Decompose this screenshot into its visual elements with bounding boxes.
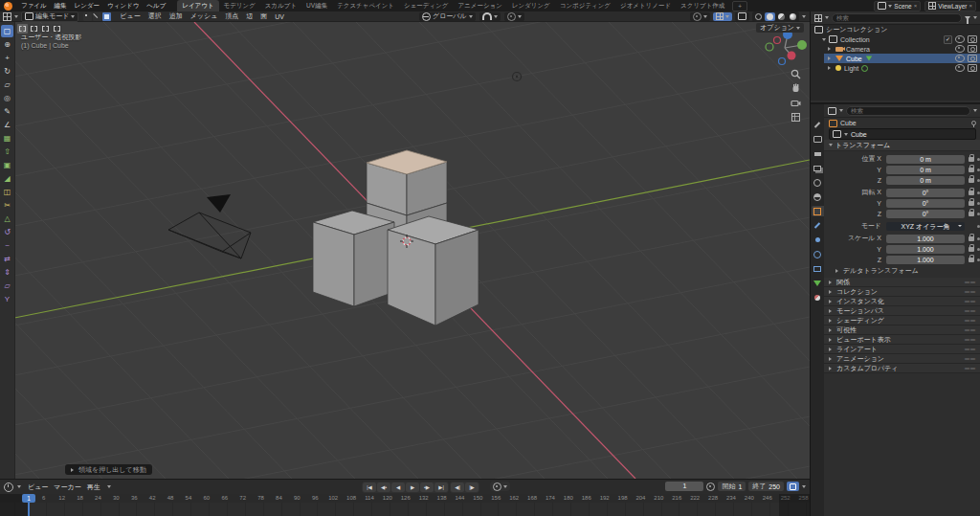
proportional-edit-toggle[interactable] [504,12,524,21]
properties-panel-header[interactable]: ビューポート表示 ══ [824,335,980,345]
tool-button[interactable]: ✂ [1,199,13,212]
workspace-tab[interactable]: ジオメトリノード [615,0,676,11]
properties-panel-header[interactable]: 可視性 ══ [824,325,980,335]
disclosure-icon[interactable] [822,38,826,43]
tab-physics[interactable] [812,249,824,259]
perspective-toggle-icon[interactable] [789,111,802,123]
tool-button[interactable]: ✎ [1,105,13,118]
tool-button[interactable]: ↺ [1,226,13,238]
outliner-row-camera[interactable]: Camera [824,44,980,54]
value-field[interactable]: 0° [886,189,965,197]
overlays-toggle[interactable] [713,12,732,21]
tool-button[interactable]: △ [1,213,13,225]
panel-options-icon[interactable]: ══ [965,336,976,343]
menu-item[interactable]: ビュー [25,482,51,492]
hide-eye-icon[interactable] [955,55,965,62]
filter-funnel-icon[interactable] [965,16,970,20]
properties-panel-header[interactable]: カスタムプロパティ ══ [824,364,980,373]
playhead[interactable]: 1 [22,494,35,503]
workspace-tab[interactable]: レイアウト [177,0,218,11]
lock-icon[interactable] [969,157,974,162]
tab-particles[interactable] [812,235,824,245]
render-visibility-icon[interactable] [968,45,977,53]
pin-icon[interactable] [971,121,976,125]
keying-controls[interactable] [490,482,510,491]
value-field[interactable]: 1.000 [886,245,965,254]
value-field[interactable]: 0° [886,199,965,208]
disclosure-icon[interactable] [828,66,833,70]
workspace-tab[interactable]: コンポジティング [555,0,615,11]
render-visibility-icon[interactable] [968,55,977,62]
menu-item[interactable]: 再生 [84,482,103,492]
properties-panel-header[interactable]: シェーディング ══ [824,316,980,325]
lock-icon[interactable] [969,258,974,262]
tab-render[interactable] [812,134,824,145]
tab-modifiers[interactable] [812,220,824,231]
value-field[interactable]: XYZ オイラー角 [886,222,965,231]
tab-object[interactable] [812,206,824,216]
gizmo-y-axis[interactable] [797,40,807,50]
tab-output[interactable] [812,148,824,159]
panel-options-icon[interactable]: ══ [965,298,976,304]
lock-icon[interactable] [969,236,974,241]
tool-button[interactable]: ~ [1,239,13,252]
workspace-tab[interactable]: スクリプト作成 [676,0,729,11]
workspace-tab[interactable]: UV編集 [301,0,332,11]
operator-panel[interactable]: 領域を押し出して移動 [65,464,152,475]
properties-panel-header[interactable]: アニメーション ══ [824,354,980,364]
tool-button[interactable]: ⇄ [1,253,13,265]
solid-shading-button[interactable] [765,12,775,21]
editor-type-icon[interactable] [3,12,11,21]
value-field[interactable]: 0 m [886,155,965,164]
tool-button[interactable]: ▣ [1,159,13,171]
face-select-button[interactable] [102,12,111,21]
wireframe-shading-button[interactable] [753,12,764,21]
edge-select-button[interactable] [93,12,101,21]
camera-view-icon[interactable] [789,97,802,109]
start-frame-field[interactable]: 開始 1 [718,482,746,491]
pan-hand-icon[interactable] [789,82,802,95]
tool-button[interactable]: ▢ [1,25,13,37]
lock-icon[interactable] [969,168,974,172]
workspace-tab[interactable]: + [732,1,747,11]
panel-options-icon[interactable]: ══ [965,365,976,371]
transport-button[interactable]: |◀ [363,482,376,492]
cube-left-object[interactable] [313,211,394,306]
value-field[interactable]: 0° [886,210,965,218]
xray-toggle[interactable] [735,12,749,21]
end-frame-field[interactable]: 終了 250 [748,482,784,491]
tool-button[interactable]: ⊕ [1,38,13,51]
lock-icon[interactable] [969,247,974,252]
hide-eye-icon[interactable] [955,64,965,72]
menu-item[interactable]: 追加 [166,11,187,21]
outliner-row-cube[interactable]: Cube [824,54,980,63]
tool-button[interactable]: ◫ [1,186,13,198]
gizmo-y-neg[interactable] [766,43,773,51]
tool-button[interactable]: ∠ [1,119,13,131]
scene-selector[interactable]: Scene × [874,1,921,11]
tool-button[interactable]: + [1,52,13,64]
disclosure-icon[interactable] [828,56,833,60]
frame-step-button[interactable]: |▶ [465,482,479,492]
tool-button[interactable]: ⇧ [1,146,13,158]
menu-item[interactable]: メッシュ [187,11,222,21]
menu-item[interactable]: ファイル [17,2,51,11]
lock-icon[interactable] [969,201,974,206]
outliner-search-input[interactable] [832,13,962,23]
workspace-tab[interactable]: レンダリング [507,0,555,11]
panel-options-icon[interactable]: ══ [965,307,976,314]
menu-item[interactable]: 編集 [51,2,71,11]
hide-eye-icon[interactable] [955,35,965,43]
rendered-shading-button[interactable] [788,12,798,21]
properties-panel-header[interactable]: コレクション ══ [824,287,980,297]
tool-button[interactable]: ▱ [1,79,13,91]
gizmos-toggle[interactable] [690,12,710,21]
viewlayer-selector[interactable]: ViewLayer × [924,1,976,11]
menu-item[interactable]: ヘルプ [143,2,169,11]
panel-options-icon[interactable]: ══ [965,355,976,362]
properties-panel-header[interactable]: 関係 ══ [824,278,980,287]
close-icon[interactable]: × [914,3,918,9]
panel-options-icon[interactable]: ══ [965,317,976,324]
cube-right-object[interactable] [388,216,479,325]
gizmo-z-neg[interactable] [779,58,786,65]
